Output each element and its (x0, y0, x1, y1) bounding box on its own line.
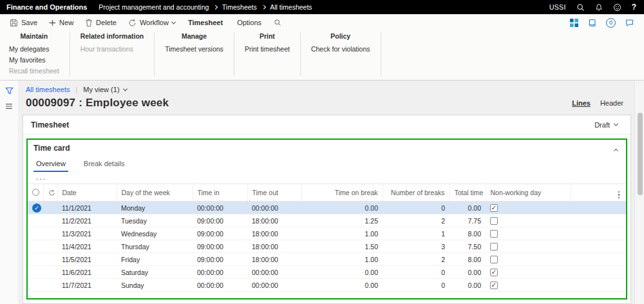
cell-date[interactable]: 11/4/2021 (57, 240, 117, 253)
table-row[interactable]: 11/3/2021 Wednesday 09:00:00 18:00:00 1.… (28, 227, 626, 240)
row-select-cell[interactable] (28, 266, 43, 279)
col-header-day[interactable]: Day of the week (117, 184, 193, 202)
cell-time-on-break[interactable]: 0.00 (301, 202, 383, 214)
cell-total-time[interactable]: 0.00 (450, 279, 486, 292)
cell-total-time[interactable]: 8.00 (450, 253, 486, 266)
company-picker[interactable]: USSI (549, 3, 566, 11)
cell-time-in[interactable]: 09:00:00 (193, 214, 247, 227)
new-button[interactable]: New (43, 14, 79, 31)
table-row[interactable]: 11/2/2021 Tuesday 09:00:00 18:00:00 1.25… (28, 214, 626, 227)
cell-time-in[interactable]: 09:00:00 (193, 227, 247, 240)
cell-day[interactable]: Monday (117, 202, 193, 214)
delete-button[interactable]: Delete (79, 14, 122, 31)
timesheet-versions-button[interactable]: Timesheet versions (165, 43, 223, 54)
cell-total-time[interactable]: 7.75 (450, 214, 486, 227)
lines-view-button[interactable]: Lines (572, 99, 591, 107)
cell-time-out[interactable]: 18:00:00 (247, 240, 301, 253)
tab-timesheet[interactable]: Timesheet (181, 14, 230, 31)
breadcrumb-area[interactable]: Timesheets (222, 3, 257, 11)
cell-time-out[interactable]: 18:00:00 (247, 253, 301, 266)
cell-number-of-breaks[interactable]: 1 (383, 227, 450, 240)
time-card-fasttab-header[interactable]: Time card (28, 140, 626, 157)
table-row[interactable]: 11/6/2021 Saturday 00:00:00 00:00:00 0.0… (28, 266, 626, 279)
cell-time-out[interactable]: 00:00:00 (247, 279, 301, 292)
cell-number-of-breaks[interactable]: 2 (383, 253, 450, 266)
table-row[interactable]: 11/5/2021 Friday 09:00:00 18:00:00 1.00 … (28, 253, 626, 266)
table-row[interactable]: 11/7/2021 Sunday 00:00:00 00:00:00 0.00 … (28, 279, 626, 292)
col-header-date[interactable]: Date (57, 184, 117, 202)
cell-total-time[interactable]: 8.00 (450, 227, 486, 240)
refresh-column-icon[interactable] (48, 189, 53, 196)
hour-transactions-button[interactable]: Hour transactions (80, 43, 144, 54)
tab-break-details[interactable]: Break details (81, 158, 128, 172)
cell-date[interactable]: 11/5/2021 (57, 253, 117, 266)
timesheet-fasttab-header[interactable]: Timesheet Draft (23, 115, 630, 135)
cell-date[interactable]: 11/3/2021 (57, 227, 117, 240)
cell-number-of-breaks[interactable]: 3 (383, 240, 450, 253)
cell-time-on-break[interactable]: 1.00 (301, 253, 383, 266)
col-header-total-time[interactable]: Total time (450, 184, 486, 202)
my-delegates-button[interactable]: My delegates (9, 43, 59, 54)
non-working-checkbox[interactable] (490, 217, 498, 225)
action-search-icon[interactable] (269, 19, 287, 26)
breadcrumb-page[interactable]: All timesheets (270, 3, 312, 11)
col-header-non-working-day[interactable]: Non-working day (486, 184, 571, 202)
cell-day[interactable]: Tuesday (117, 214, 193, 227)
non-working-checkbox[interactable] (490, 281, 498, 289)
cell-day[interactable]: Sunday (117, 279, 193, 292)
recall-timesheet-button[interactable]: Recall timesheet (9, 65, 59, 76)
view-selector[interactable]: My view (1) (83, 86, 126, 93)
select-all-circle[interactable] (32, 189, 39, 196)
breadcrumb-module[interactable]: Project management and accounting (99, 3, 209, 11)
task-guides-icon[interactable] (588, 19, 596, 27)
cell-time-in[interactable]: 00:00:00 (193, 279, 247, 292)
attachments-count-icon[interactable]: 0 (606, 18, 616, 28)
alerts-bell-icon[interactable] (595, 3, 603, 12)
row-select-cell[interactable] (28, 227, 43, 240)
feedback-smiley-icon[interactable] (613, 3, 621, 12)
scrollbar-thumb[interactable] (638, 113, 643, 195)
row-select-cell[interactable] (28, 253, 43, 266)
row-select-cell[interactable] (28, 240, 43, 253)
cell-time-out[interactable]: 00:00:00 (247, 202, 301, 214)
grid-toolbar-overflow-button[interactable]: ... (28, 172, 626, 184)
tab-overview[interactable]: Overview (33, 158, 68, 172)
workflow-button[interactable]: Workflow (122, 14, 181, 31)
header-view-button[interactable]: Header (600, 99, 623, 107)
collapse-section-button[interactable] (614, 144, 620, 152)
cell-number-of-breaks[interactable]: 0 (383, 202, 450, 214)
status-dropdown[interactable]: Draft (594, 121, 623, 129)
cell-date[interactable]: 11/6/2021 (57, 266, 117, 279)
cell-time-on-break[interactable]: 1.50 (301, 240, 383, 253)
check-for-violations-button[interactable]: Check for violations (311, 43, 370, 54)
col-header-number-of-breaks[interactable]: Number of breaks (383, 184, 450, 202)
cell-total-time[interactable]: 0.00 (450, 202, 486, 214)
non-working-checkbox[interactable] (490, 243, 498, 251)
cell-date[interactable]: 11/2/2021 (57, 214, 117, 227)
cell-time-in[interactable]: 00:00:00 (193, 202, 247, 214)
row-select-cell[interactable] (28, 202, 43, 214)
cell-day[interactable]: Wednesday (117, 227, 193, 240)
my-favorites-button[interactable]: My favorites (9, 54, 59, 65)
cell-time-in[interactable]: 09:00:00 (193, 253, 247, 266)
print-timesheet-button[interactable]: Print timesheet (245, 43, 290, 54)
cell-time-out[interactable]: 18:00:00 (247, 214, 301, 227)
table-row[interactable]: 11/1/2021 Monday 00:00:00 00:00:00 0.00 … (28, 202, 626, 214)
table-row[interactable]: 11/4/2021 Thursday 09:00:00 18:00:00 1.5… (28, 240, 626, 253)
cell-total-time[interactable]: 0.00 (450, 266, 486, 279)
expand-menu-icon[interactable] (5, 103, 13, 109)
filter-icon[interactable] (5, 87, 14, 95)
app-title[interactable]: Finance and Operations (0, 3, 99, 11)
vertical-scrollbar[interactable] (634, 81, 644, 304)
non-working-checkbox[interactable] (490, 269, 498, 276)
cell-time-out[interactable]: 00:00:00 (247, 266, 301, 279)
cell-time-on-break[interactable]: 0.00 (301, 266, 383, 279)
cell-time-on-break[interactable]: 1.00 (301, 227, 383, 240)
cell-date[interactable]: 11/1/2021 (57, 202, 117, 214)
save-button[interactable]: Save (4, 14, 43, 31)
cell-time-out[interactable]: 18:00:00 (247, 227, 301, 240)
cell-date[interactable]: 11/7/2021 (57, 279, 117, 292)
col-header-time-in[interactable]: Time in (193, 184, 247, 202)
non-working-checkbox[interactable] (490, 256, 498, 263)
cell-day[interactable]: Thursday (117, 240, 193, 253)
